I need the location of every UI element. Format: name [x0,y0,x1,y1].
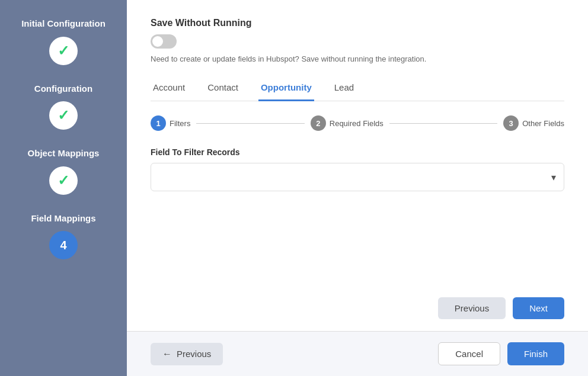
step-circle-2: 2 [311,115,326,131]
tab-opportunity[interactable]: Opportunity [258,78,314,101]
bottom-actions: Previous Next [127,285,588,331]
sidebar-item-initial-config[interactable]: Initial Configuration ✓ [0,18,127,65]
step-number-4: 4 [60,239,66,252]
step-circle-1: 1 [151,115,166,131]
step-label-3: Other Fields [522,119,564,128]
tab-lead[interactable]: Lead [332,78,356,101]
sidebar: Initial Configuration ✓ Configuration ✓ … [0,0,127,376]
next-button[interactable]: Next [513,297,564,319]
save-without-running-section: Save Without Running Need to create or u… [151,18,564,63]
sidebar-item-label: Field Mappings [31,213,95,224]
step-dot-2: 2 Required Fields [311,115,384,131]
footer-previous-button[interactable]: ← Previous [151,343,223,365]
checkmark-icon-1: ✓ [57,43,69,59]
step-label-1: Filters [170,119,190,128]
save-toggle[interactable] [151,34,177,49]
content-area: Save Without Running Need to create or u… [127,0,588,285]
sidebar-item-label: Object Mappings [28,147,100,159]
main-content: Save Without Running Need to create or u… [127,0,588,376]
toggle-wrapper[interactable] [151,34,564,49]
arrow-left-icon: ← [162,349,172,359]
tab-bar: Account Contact Opportunity Lead [151,78,564,101]
field-filter-label: Field To Filter Records [151,147,564,157]
footer: ← Previous Cancel Finish [127,331,588,376]
sidebar-item-field-mappings[interactable]: Field Mappings 4 [0,213,127,260]
save-description: Need to create or update fields in Hubsp… [151,54,564,63]
checkmark-icon-3: ✓ [57,172,69,189]
finish-button[interactable]: Finish [507,342,564,365]
sidebar-circle-check-2: ✓ [49,101,78,130]
step-line-1 [196,123,304,124]
sidebar-item-label: Configuration [34,83,92,95]
tab-contact[interactable]: Contact [205,78,241,101]
step-label-2: Required Fields [330,119,384,128]
select-wrapper[interactable]: ▾ [151,163,564,191]
sidebar-item-label: Initial Configuration [21,18,106,30]
sidebar-circle-check-1: ✓ [49,37,78,65]
cancel-button[interactable]: Cancel [438,342,500,365]
step-line-2 [389,123,497,124]
sidebar-circle-active-4: 4 [49,231,78,259]
previous-button-inner[interactable]: Previous [438,297,506,319]
sidebar-item-object-mappings[interactable]: Object Mappings ✓ [0,147,127,195]
toggle-slider [151,34,177,49]
step-progress: 1 Filters 2 Required Fields 3 Other Fiel… [151,115,564,131]
step-dot-3: 3 Other Fields [503,115,564,131]
field-filter-select[interactable] [151,163,564,191]
sidebar-item-configuration[interactable]: Configuration ✓ [0,83,127,130]
step-circle-3: 3 [503,115,519,131]
sidebar-circle-check-3: ✓ [49,166,78,195]
checkmark-icon-2: ✓ [57,107,69,124]
save-title: Save Without Running [151,18,564,28]
footer-previous-label: Previous [177,349,211,359]
tab-account[interactable]: Account [151,78,187,101]
step-dot-1: 1 Filters [151,115,190,131]
footer-right-actions: Cancel Finish [438,342,564,365]
